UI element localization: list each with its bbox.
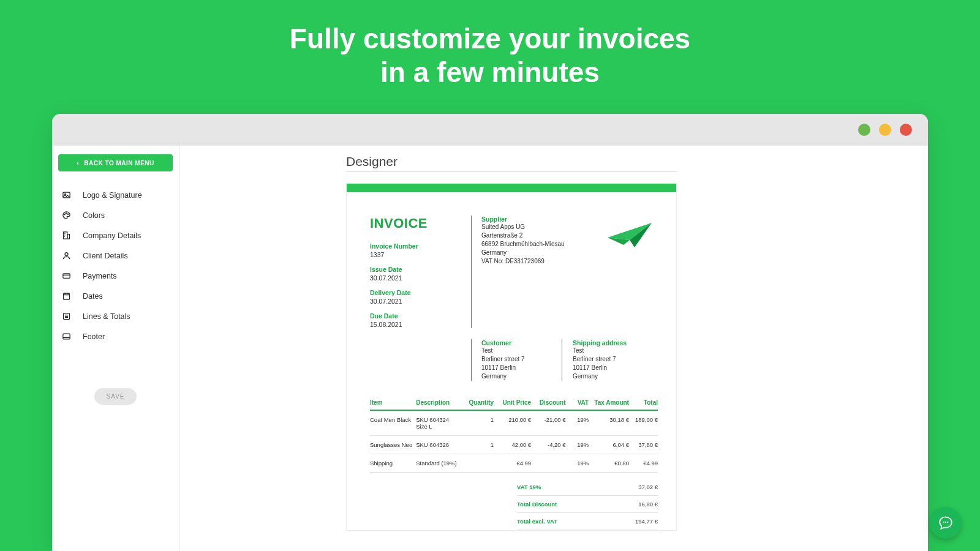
menu-label: Dates bbox=[83, 292, 103, 301]
invoice-accent-bar bbox=[347, 184, 676, 192]
col-unit-price: Unit Price bbox=[494, 395, 531, 410]
invoice-heading: INVOICE bbox=[370, 216, 471, 231]
customer-country: Germany bbox=[481, 372, 567, 381]
menu-label: Logo & Signature bbox=[83, 191, 142, 200]
back-button-label: BACK TO MAIN MENU bbox=[84, 160, 154, 167]
svg-rect-6 bbox=[67, 234, 69, 239]
svg-point-17 bbox=[947, 522, 948, 523]
col-item: Item bbox=[370, 395, 416, 410]
menu-client-details[interactable]: Client Details bbox=[58, 246, 173, 266]
settings-menu: Logo & Signature Colors Company Details bbox=[58, 185, 173, 347]
customer-street: Berliner street 7 bbox=[481, 355, 567, 364]
save-button[interactable]: SAVE bbox=[94, 388, 137, 405]
back-to-main-button[interactable]: ‹ BACK TO MAIN MENU bbox=[58, 154, 173, 171]
page-title: Designer bbox=[346, 154, 928, 169]
chat-icon bbox=[938, 515, 954, 531]
shipping-country: Germany bbox=[573, 372, 658, 381]
totals-row: Total excl. VAT194,77 € bbox=[517, 513, 658, 530]
menu-label: Lines & Totals bbox=[83, 312, 130, 321]
menu-logo-signature[interactable]: Logo & Signature bbox=[58, 185, 173, 205]
svg-rect-11 bbox=[62, 334, 69, 339]
customer-label: Customer bbox=[481, 339, 567, 347]
svg-point-4 bbox=[67, 214, 68, 214]
browser-window: ‹ BACK TO MAIN MENU Logo & Signature bbox=[52, 114, 928, 551]
svg-point-2 bbox=[64, 214, 64, 215]
menu-colors[interactable]: Colors bbox=[58, 205, 173, 225]
svg-rect-9 bbox=[63, 293, 69, 299]
menu-footer[interactable]: Footer bbox=[58, 326, 173, 347]
col-quantity: Quantity bbox=[462, 395, 494, 410]
person-icon bbox=[61, 251, 72, 260]
menu-lines-totals[interactable]: Lines & Totals bbox=[58, 306, 173, 326]
invoice-preview: INVOICE Invoice Number 1337 Issue Date 3… bbox=[346, 183, 677, 531]
col-total: Total bbox=[629, 395, 658, 410]
window-dot-red bbox=[900, 124, 912, 136]
shipping-name: Test bbox=[573, 347, 658, 355]
window-dot-green bbox=[858, 124, 870, 136]
svg-rect-5 bbox=[63, 232, 67, 239]
paper-plane-icon bbox=[605, 219, 654, 250]
chevron-left-icon: ‹ bbox=[77, 159, 79, 167]
shipping-city: 10117 Berlin bbox=[573, 364, 658, 372]
image-icon bbox=[61, 190, 72, 200]
shipping-street: Berliner street 7 bbox=[573, 355, 658, 364]
menu-label: Colors bbox=[83, 211, 105, 220]
delivery-date-value: 30.07.2021 bbox=[370, 298, 471, 305]
table-row: ShippingStandard (19%)€4.9919%€0.80€4.99 bbox=[370, 454, 658, 473]
menu-label: Footer bbox=[83, 332, 105, 341]
menu-dates[interactable]: Dates bbox=[58, 286, 173, 306]
issue-date-value: 30.07.2021 bbox=[370, 274, 471, 282]
line-items-table: Item Description Quantity Unit Price Dis… bbox=[370, 395, 658, 473]
list-icon bbox=[61, 312, 72, 321]
window-dot-yellow bbox=[879, 124, 891, 136]
svg-point-7 bbox=[65, 253, 68, 256]
menu-label: Company Details bbox=[83, 231, 141, 240]
due-date-label: Due Date bbox=[370, 312, 471, 320]
col-tax-amount: Tax Amount bbox=[589, 395, 629, 410]
menu-label: Client Details bbox=[83, 252, 128, 260]
title-divider bbox=[346, 171, 677, 172]
invoice-number-value: 1337 bbox=[370, 251, 471, 258]
calendar-icon bbox=[61, 291, 72, 301]
menu-label: Payments bbox=[83, 272, 117, 280]
palette-icon bbox=[61, 211, 72, 220]
supplier-country: Germany bbox=[481, 249, 658, 257]
vertical-divider bbox=[471, 339, 472, 381]
marketing-headline: Fully customize your invoices in a few m… bbox=[0, 0, 980, 89]
sidebar: ‹ BACK TO MAIN MENU Logo & Signature bbox=[52, 146, 179, 551]
svg-point-16 bbox=[945, 522, 946, 523]
credit-card-icon bbox=[61, 271, 72, 280]
building-icon bbox=[61, 231, 72, 240]
menu-payments[interactable]: Payments bbox=[58, 266, 173, 286]
delivery-date-label: Delivery Date bbox=[370, 289, 471, 296]
menu-company-details[interactable]: Company Details bbox=[58, 225, 173, 246]
svg-point-3 bbox=[66, 213, 66, 214]
col-description: Description bbox=[416, 395, 462, 410]
footer-icon bbox=[61, 332, 72, 341]
chat-fab[interactable] bbox=[930, 507, 962, 539]
vertical-divider bbox=[471, 216, 472, 328]
issue-date-label: Issue Date bbox=[370, 266, 471, 273]
table-row: Coat Men BlackSKU 604324Size L1210,00 €-… bbox=[370, 410, 658, 436]
totals-row: Total Discount16,80 € bbox=[517, 496, 658, 513]
due-date-value: 15.08.2021 bbox=[370, 321, 471, 328]
customer-name: Test bbox=[481, 347, 567, 355]
totals-row: VAT 19%37,02 € bbox=[517, 479, 658, 496]
col-vat: VAT bbox=[566, 395, 589, 410]
customer-city: 10117 Berlin bbox=[481, 364, 567, 372]
shipping-label: Shipping address bbox=[573, 339, 658, 347]
supplier-vat: VAT No: DE331723069 bbox=[481, 257, 658, 266]
svg-rect-8 bbox=[62, 274, 69, 279]
col-discount: Discount bbox=[531, 395, 565, 410]
window-controls bbox=[52, 114, 928, 146]
svg-point-15 bbox=[943, 522, 944, 523]
table-row: Sunglasses NeoSKU 604326142,00 €-4,20 €1… bbox=[370, 436, 658, 454]
invoice-number-label: Invoice Number bbox=[370, 242, 471, 250]
